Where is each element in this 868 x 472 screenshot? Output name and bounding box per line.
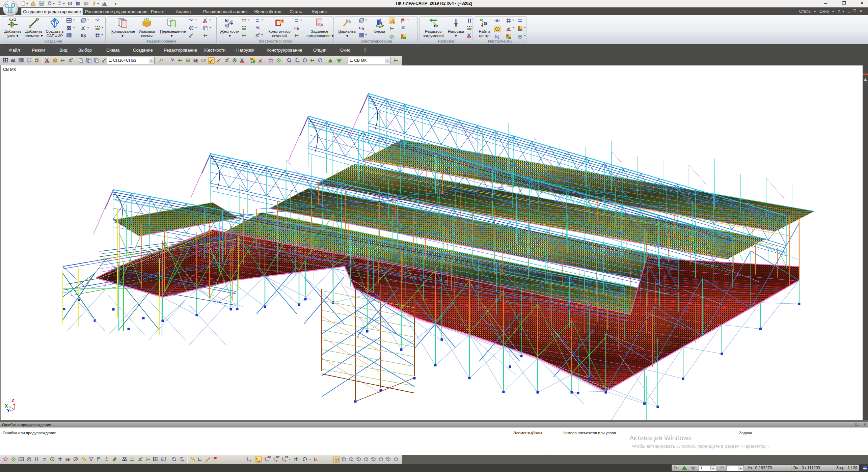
- svg-text:№: №: [434, 24, 438, 28]
- svg-text:Y: Y: [7, 408, 10, 413]
- svg-text:C: C: [507, 36, 509, 40]
- svg-text:?: ?: [204, 59, 206, 63]
- svg-text:L: L: [132, 457, 134, 460]
- svg-text:L: L: [200, 457, 201, 460]
- svg-text:Z: Z: [11, 398, 15, 403]
- svg-text:X,Y,Z: X,Y,Z: [9, 18, 16, 21]
- svg-text:C: C: [401, 36, 404, 40]
- svg-text:C: C: [518, 28, 520, 32]
- svg-text:C: C: [251, 60, 253, 63]
- svg-text:G: G: [484, 21, 487, 26]
- svg-text:EI: EI: [225, 18, 228, 22]
